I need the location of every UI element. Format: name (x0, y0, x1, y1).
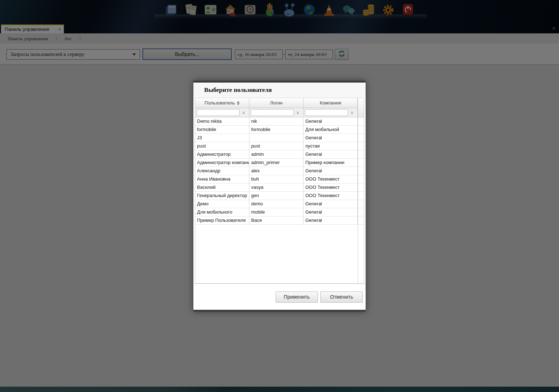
scrollbar-gutter-cell (358, 117, 364, 126)
scrollbar-gutter-cell (358, 142, 364, 150)
login-cell: mobile (249, 208, 304, 216)
table-body: Demo nikitanikGeneralformobileformobileД… (195, 117, 358, 225)
login-cell (249, 134, 304, 142)
table-row[interactable]: Администратор компанииadmin_primerПример… (195, 159, 358, 167)
user-table: Пользователь Логин Компания x (195, 98, 364, 284)
scrollbar-gutter-cell (358, 208, 364, 216)
login-cell: gen (249, 192, 304, 200)
table-row[interactable]: АлександрalexGeneral (195, 167, 358, 175)
dialog-footer: Применить Отменить (193, 284, 366, 310)
user-cell: Василий (195, 183, 249, 192)
user-cell: Для мобильного (195, 208, 249, 216)
scrollbar-gutter-cell (358, 175, 364, 183)
table-row[interactable]: Demo nikitanikGeneral (195, 117, 358, 126)
apply-button[interactable]: Применить (276, 291, 318, 303)
user-filter-input[interactable] (197, 109, 240, 116)
login-cell: admin (249, 150, 304, 159)
table-header-row: Пользователь Логин Компания (195, 98, 358, 108)
login-cell: buh (249, 175, 304, 183)
login-filter-input[interactable] (251, 109, 294, 116)
column-header-company[interactable]: Компания (304, 98, 358, 108)
user-filter-clear-button[interactable]: x (240, 110, 248, 115)
user-cell: Александр (195, 167, 249, 175)
column-header-user-label: Пользователь (205, 100, 235, 106)
table-row[interactable]: Генеральный директорgenООО Техинвест (195, 192, 358, 200)
user-cell: J3 (195, 134, 249, 142)
company-cell: Для мобильной (304, 126, 358, 134)
user-cell: Demo nikita (195, 117, 249, 126)
table-filter-row: x x x (195, 108, 358, 117)
user-cell: Администратор компании (195, 159, 249, 167)
table-row[interactable]: ДемоdemoGeneral (195, 200, 358, 208)
login-cell: pust (249, 142, 304, 150)
user-cell: Генеральный директор (195, 192, 249, 200)
company-cell: General (304, 208, 358, 216)
company-cell: General (304, 117, 358, 126)
login-cell: alex (249, 167, 304, 175)
user-cell: Администратор (195, 150, 249, 159)
company-cell: General (304, 167, 358, 175)
login-cell: nik (249, 117, 304, 126)
scrollbar-gutter-cell (358, 192, 364, 200)
login-filter-clear-button[interactable]: x (294, 110, 302, 115)
scrollbar-gutter-cell (358, 150, 364, 159)
scrollbar-gutter-cell (358, 159, 364, 167)
scrollbar-gutter-cell (358, 200, 364, 208)
company-filter-input[interactable] (305, 109, 348, 116)
scrollbar-gutter-cell (358, 183, 364, 192)
table-row[interactable]: Анна ИвановнаbuhООО Техинвест (195, 175, 358, 183)
company-cell: ООО Техинвест (304, 183, 358, 192)
table-scrollbar-gutter[interactable] (358, 98, 364, 283)
company-filter-clear-button[interactable]: x (348, 110, 356, 115)
login-cell: Вася (249, 216, 304, 225)
application-window: @ Панель управления × × Панель управлени… (0, 0, 559, 392)
user-cell: Пример Пользователя (195, 216, 249, 225)
scrollbar-gutter-cell (358, 216, 364, 225)
company-cell: ООО Техинвест (304, 192, 358, 200)
company-cell: General (304, 200, 358, 208)
sort-icon (237, 101, 240, 105)
dialog-title: Выберите пользователя (204, 86, 272, 94)
column-header-login-label: Логин (270, 100, 283, 106)
table-row[interactable]: formobileformobileДля мобильной (195, 126, 358, 134)
company-cell: ООО Техинвест (304, 175, 358, 183)
scrollbar-gutter-cell (358, 126, 364, 134)
login-cell: demo (249, 200, 304, 208)
user-cell: Демо (195, 200, 249, 208)
login-cell: formobile (249, 126, 304, 134)
table-row[interactable]: ВасилийvasyaООО Техинвест (195, 183, 358, 192)
scrollbar-gutter-header (358, 98, 364, 117)
table-row[interactable]: Пример ПользователяВасяGeneral (195, 216, 358, 225)
table-row[interactable]: Для мобильногоmobileGeneral (195, 208, 358, 216)
table-row[interactable]: J3General (195, 134, 358, 142)
company-cell: General (304, 150, 358, 159)
scrollbar-gutter-cell (358, 167, 364, 175)
cancel-button[interactable]: Отменить (320, 291, 363, 303)
user-cell: formobile (195, 126, 249, 134)
company-cell: Пример компании (304, 159, 358, 167)
login-cell: vasya (249, 183, 304, 192)
dialog-header: Выберите пользователя (193, 83, 366, 97)
table-row[interactable]: pustpustпустая (195, 142, 358, 150)
column-header-user[interactable]: Пользователь (195, 98, 249, 108)
company-cell: пустая (304, 142, 358, 150)
user-cell: pust (195, 142, 249, 150)
company-cell: General (304, 134, 358, 142)
table-row[interactable]: АдминистраторadminGeneral (195, 150, 358, 159)
select-user-dialog: Выберите пользователя Пользователь Логин… (193, 81, 366, 312)
column-header-login[interactable]: Логин (249, 98, 304, 108)
column-header-company-label: Компания (320, 100, 341, 106)
scrollbar-gutter-cell (358, 134, 364, 142)
login-cell: admin_primer (249, 159, 304, 167)
user-cell: Анна Ивановна (195, 175, 249, 183)
company-cell: General (304, 216, 358, 225)
